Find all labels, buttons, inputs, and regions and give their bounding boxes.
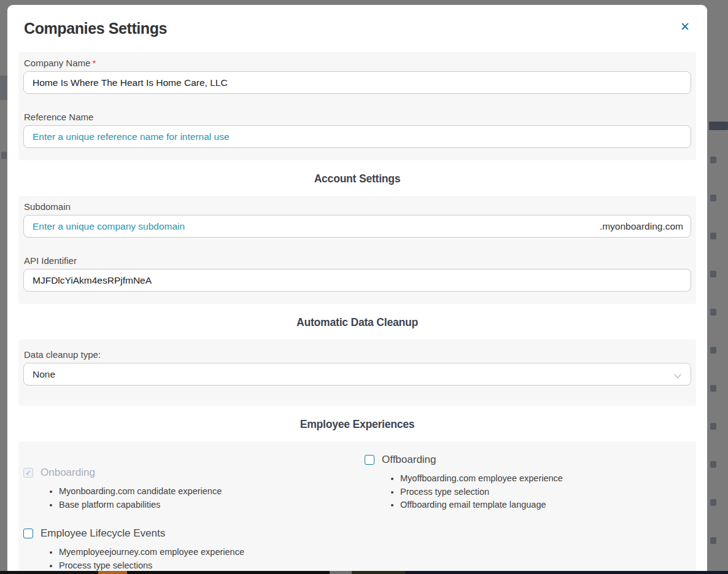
backdrop-row-mark	[710, 195, 716, 201]
backdrop-left-band	[0, 76, 7, 100]
backdrop-left-dot	[1, 152, 7, 159]
experiences-left-column: ✓ Onboarding Myonboarding.com candidate …	[23, 450, 357, 571]
backdrop-row-mark	[710, 423, 716, 430]
employee-experiences-panel: ✓ Onboarding Myonboarding.com candidate …	[18, 441, 696, 571]
bar-segment	[330, 571, 352, 574]
offboarding-checkbox[interactable]	[365, 455, 374, 465]
subdomain-input[interactable]	[23, 215, 691, 238]
employee-experiences-heading: Employee Experiences	[7, 418, 707, 431]
subdomain-label: Subdomain	[24, 201, 691, 212]
companies-settings-modal: Companies Settings ✕ Company Name* Refer…	[7, 5, 707, 571]
onboarding-checkbox-row: ✓ Onboarding	[23, 467, 357, 479]
experiences-right-column: Offboarding Myoffboarding.com employee e…	[357, 450, 691, 571]
feature-item: Offboarding email template language	[400, 498, 691, 512]
api-identifier-input[interactable]	[23, 269, 691, 292]
data-cleanup-type-label: Data cleanup type:	[24, 349, 691, 360]
name-panel: Company Name* Reference Name	[18, 52, 696, 160]
data-cleanup-heading: Automatic Data Cleanup	[7, 316, 707, 329]
backdrop-row-mark	[710, 499, 716, 506]
bar-segment	[98, 571, 127, 574]
offboarding-checkbox-row[interactable]: Offboarding	[365, 454, 691, 466]
modal-header: Companies Settings ✕	[7, 5, 707, 37]
account-panel: Subdomain .myonboarding.com API Identifi…	[18, 196, 696, 304]
bottom-screen-edge-bar	[0, 571, 728, 574]
required-asterisk: *	[92, 58, 96, 68]
backdrop-table-header	[709, 122, 728, 130]
bar-segment	[405, 571, 728, 574]
onboarding-checkbox: ✓	[23, 468, 33, 478]
data-cleanup-type-select[interactable]: None	[23, 363, 691, 386]
feature-item: Myoffboarding.com employee experience	[400, 472, 691, 486]
reference-name-input[interactable]	[23, 125, 691, 148]
backdrop-row-mark	[710, 309, 716, 316]
reference-name-label: Reference Name	[24, 112, 691, 122]
backdrop-row-mark	[710, 347, 716, 354]
backdrop-row-mark	[710, 157, 716, 163]
feature-item: Process type selection	[400, 486, 691, 499]
backdrop-row-mark	[710, 233, 716, 239]
backdrop-row-mark	[710, 385, 716, 392]
lifecycle-label: Employee Lifecycle Events	[41, 527, 165, 540]
lifecycle-checkbox[interactable]	[23, 529, 33, 538]
data-cleanup-type-value: None	[33, 369, 55, 380]
onboarding-feature-list: Myonboarding.com candidate experience Ba…	[23, 485, 357, 511]
onboarding-label: Onboarding	[41, 467, 95, 479]
close-icon[interactable]: ✕	[678, 20, 692, 34]
company-name-label: Company Name*	[24, 58, 691, 68]
offboarding-label: Offboarding	[382, 454, 436, 466]
backdrop-row-mark	[710, 461, 716, 468]
feature-item: Base platform capabilities	[59, 498, 357, 512]
experience-lifecycle-events: Employee Lifecycle Events Myemployeejour…	[23, 527, 357, 571]
company-name-input[interactable]	[23, 71, 691, 94]
company-name-label-text: Company Name	[24, 58, 90, 68]
page-title: Companies Settings	[24, 20, 167, 37]
api-identifier-label: API Identifier	[24, 255, 691, 266]
feature-item: Process type selections	[59, 559, 357, 572]
bar-segment	[352, 571, 405, 574]
bar-segment	[0, 571, 98, 574]
feature-item: Myemployeejourney.com employee experienc…	[59, 546, 357, 559]
experience-offboarding: Offboarding Myoffboarding.com employee e…	[365, 454, 691, 512]
feature-item: Myonboarding.com candidate experience	[59, 485, 357, 498]
backdrop-row-mark	[710, 537, 716, 544]
backdrop-row-mark	[710, 271, 716, 277]
experience-onboarding: ✓ Onboarding Myonboarding.com candidate …	[23, 467, 357, 511]
offboarding-feature-list: Myoffboarding.com employee experience Pr…	[365, 472, 691, 512]
lifecycle-feature-list: Myemployeejourney.com employee experienc…	[23, 546, 357, 571]
bar-segment	[127, 571, 330, 574]
check-icon: ✓	[25, 469, 31, 477]
chevron-down-icon	[673, 371, 682, 382]
account-settings-heading: Account Settings	[7, 173, 707, 185]
lifecycle-checkbox-row[interactable]: Employee Lifecycle Events	[23, 527, 357, 540]
data-cleanup-panel: Data cleanup type: None	[18, 339, 696, 406]
